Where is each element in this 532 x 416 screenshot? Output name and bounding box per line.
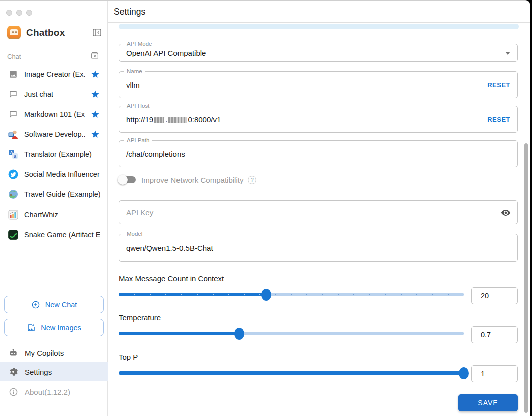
temperature-slider[interactable] [119,332,464,335]
slider-thumb[interactable] [261,289,271,301]
api-path-value: /chat/completions [126,150,185,158]
api-host-reset-button[interactable]: RESET [487,116,510,123]
twitter-bird-icon [8,169,18,179]
api-host-field[interactable]: API Host http://19.0:8000/v1 RESET [119,106,518,133]
sidebar-item[interactable]: Travel Guide (Example) [0,184,107,204]
sidebar-item-my-copilots[interactable]: My Copilots [0,343,108,362]
model-value: qwen/Qwen1.5-0.5B-Chat [126,244,213,252]
star-icon[interactable] [91,70,100,79]
app-title: Chatbox [26,27,65,38]
sidebar-item-label: Translator (Example) [24,150,92,158]
help-icon[interactable]: ? [248,176,256,184]
sidebar-item[interactable]: Social Media Influencer ... [0,164,107,184]
image-icon [8,69,18,79]
network-compatibility-row: Improve Network Compatibility ? [118,175,256,185]
chevron-down-icon [505,52,510,55]
api-key-field[interactable] [119,200,518,224]
snake-game-icon [8,230,18,240]
toggle-label: Improve Network Compatibility [141,176,243,184]
chatbox-logo [7,26,21,39]
settings-panel: Settings API Mode OpenAI API Compatible … [108,1,530,416]
slider-thumb[interactable] [459,367,469,379]
sidebar-item-label: Just chat [24,90,53,98]
globe-icon [8,189,18,199]
my-copilots-label: My Copilots [25,349,64,357]
settings-label: Settings [25,368,52,376]
sidebar-item-label: Markdown 101 (Ex... [24,110,85,118]
redacted-text [168,117,187,123]
minimize-button[interactable] [16,10,22,16]
sidebar-item[interactable]: Markdown 101 (Ex... [0,104,107,124]
sidebar-item[interactable]: Snake Game (Artifact E... [0,225,107,245]
save-button[interactable]: SAVE [458,394,518,411]
slider-thumb[interactable] [234,328,244,340]
developer-avatar-icon [8,129,18,139]
api-path-field[interactable]: API Path /chat/completions [119,140,518,167]
redacted-text [154,117,164,123]
star-icon[interactable] [91,130,100,139]
image-plus-icon [27,323,36,332]
sidebar-item-label: Image Creator (Ex... [24,70,85,78]
sidebar: Chatbox Chat Image Creator (Ex...Just ch… [0,1,108,416]
sidebar-item[interactable]: Software Develop... [0,124,107,144]
sidebar-item-label: ChartWhiz [24,211,58,219]
sidebar-item[interactable]: ChartWhiz [0,204,107,225]
svg-text:a: a [14,154,16,159]
close-button[interactable] [6,10,12,16]
collapse-sidebar-icon[interactable] [92,27,102,38]
model-field[interactable]: Model qwen/Qwen1.5-0.5B-Chat [119,234,518,262]
chat-bubble-icon [8,109,18,119]
name-reset-button[interactable]: RESET [487,81,510,89]
about-label: About(1.12.2) [25,388,70,396]
top-p-label: Top P [119,353,138,361]
gear-icon [8,367,18,377]
page-title: Settings [114,7,145,17]
name-label: Name [124,68,145,75]
api-mode-value: OpenAI API Compatible [126,49,206,57]
star-icon[interactable] [91,90,100,99]
new-images-button[interactable]: New Images [4,319,104,336]
sidebar-item-settings[interactable]: Settings [0,362,108,381]
improve-network-compatibility-toggle[interactable] [118,175,137,185]
top-p-slider[interactable] [119,371,464,375]
new-chat-button[interactable]: New Chat [4,296,104,313]
sidebar-item[interactable]: Just chat [0,84,107,104]
api-key-input[interactable] [126,201,492,224]
api-host-value: http://19.0:8000/v1 [126,115,221,124]
app-window: Chatbox Chat Image Creator (Ex...Just ch… [0,0,530,416]
main-header: Settings [108,1,530,23]
chat-section-label: Chat [7,53,21,60]
top-p-input[interactable]: 1 [471,365,518,382]
api-path-label: API Path [124,137,152,144]
chart-icon [8,210,18,220]
sidebar-item-label: Snake Game (Artifact E... [24,231,100,239]
temperature-label: Temperature [119,313,161,322]
sidebar-item-about[interactable]: About(1.12.2) [0,382,108,401]
max-message-count-slider[interactable] [119,293,464,296]
plus-circle-icon [31,300,40,309]
zoom-button[interactable] [26,10,32,16]
temperature-input[interactable]: 0.7 [471,326,518,343]
name-value: vllm [126,81,140,89]
robot-icon [8,348,18,358]
api-mode-label: API Mode [124,40,155,47]
max-message-count-input[interactable]: 20 [471,287,518,304]
api-mode-select[interactable]: API Mode OpenAI API Compatible [119,44,518,62]
chat-bubble-icon [8,89,18,99]
new-chat-label: New Chat [45,301,77,309]
sidebar-item-label: Social Media Influencer ... [24,170,100,178]
name-field[interactable]: Name vllm RESET [119,71,518,98]
api-host-label: API Host [124,102,152,109]
info-icon [8,387,18,397]
sidebar-item[interactable]: Image Creator (Ex... [0,64,107,84]
chat-session-list: Image Creator (Ex...Just chatMarkdown 10… [0,64,107,245]
clear-conversations-icon[interactable] [90,51,99,62]
translator-icon: Aa [8,149,18,159]
sidebar-item[interactable]: AaTranslator (Example) [0,144,107,164]
star-icon[interactable] [91,110,100,119]
info-banner-partial [119,24,519,29]
new-images-label: New Images [41,324,81,332]
scrollbar-thumb[interactable] [524,143,528,413]
sidebar-item-label: Travel Guide (Example) [24,190,100,198]
eye-icon[interactable] [500,207,511,218]
